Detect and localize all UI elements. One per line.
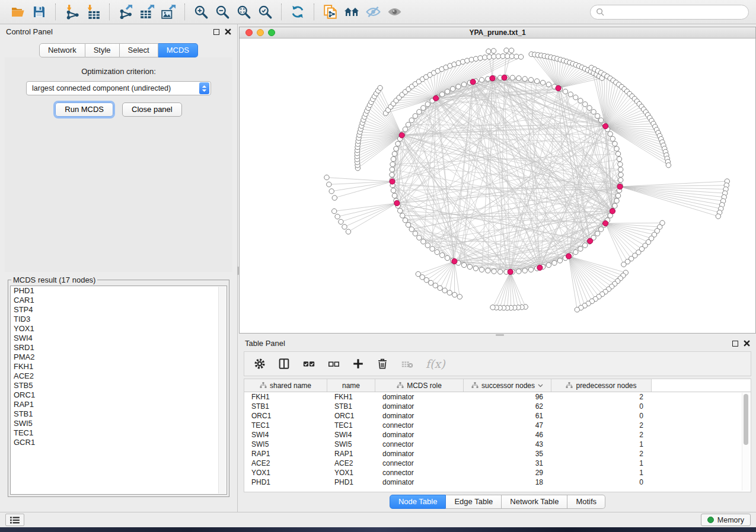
table-cell: ORC1 [244, 411, 327, 421]
mcds-result-item[interactable]: YOX1 [11, 324, 227, 334]
toolbar-separator [55, 4, 56, 20]
zoom-fit-icon[interactable] [233, 2, 254, 21]
tab-node-table[interactable]: Node Table [390, 495, 446, 509]
search-box[interactable] [590, 5, 749, 20]
clone-network-icon[interactable] [320, 2, 341, 21]
table-cell: 29 [464, 468, 551, 477]
maximize-window-icon[interactable] [268, 29, 275, 36]
close-window-icon[interactable] [245, 29, 253, 36]
mcds-result-item[interactable]: GCR1 [11, 438, 227, 447]
column-visibility-icon[interactable] [277, 357, 291, 370]
tab-style[interactable]: Style [85, 43, 120, 57]
minimize-window-icon[interactable] [257, 29, 264, 36]
table-cell: 1 [551, 468, 652, 477]
column-header-shared-name[interactable]: shared name [244, 379, 327, 392]
tab-edge-table[interactable]: Edge Table [446, 495, 502, 509]
vertical-splitter-handle[interactable] [237, 267, 239, 275]
table-row[interactable]: SWI5SWI5connector431 [244, 440, 751, 449]
desktop-background [0, 527, 756, 532]
save-icon[interactable] [28, 2, 50, 21]
tab-network-table[interactable]: Network Table [502, 495, 567, 509]
float-panel-icon[interactable] [213, 29, 219, 35]
mcds-result-item[interactable]: SWI4 [11, 334, 227, 343]
delete-column-icon[interactable] [376, 357, 389, 370]
hide-selected-icon[interactable] [362, 2, 384, 21]
run-mcds-button[interactable]: Run MCDS [55, 102, 113, 117]
select-all-rows-icon[interactable] [302, 357, 316, 370]
table-cell: connector [375, 421, 464, 430]
memory-button[interactable]: Memory [701, 514, 751, 526]
import-network-icon[interactable] [61, 2, 82, 21]
search-input[interactable] [605, 8, 743, 16]
mcds-result-item[interactable]: PHD1 [11, 286, 227, 296]
criterion-dropdown[interactable]: largest connected component (undirected) [26, 81, 211, 95]
zoom-in-icon[interactable] [190, 2, 212, 21]
column-header-successor-nodes[interactable]: successor nodes [464, 379, 551, 392]
network-canvas[interactable] [240, 39, 755, 333]
show-all-icon[interactable] [384, 2, 405, 21]
table-row[interactable]: PHD1PHD1dominator180 [244, 477, 751, 487]
table-cell: PHD1 [327, 477, 375, 487]
mcds-result-item[interactable]: TID3 [11, 315, 227, 324]
open-file-icon[interactable] [7, 2, 28, 21]
table-cell: STB1 [327, 402, 375, 411]
export-image-icon[interactable] [158, 2, 179, 21]
tab-network[interactable]: Network [39, 43, 85, 57]
mcds-result-group: MCDS result (17 nodes) PHD1CAR1STP4TID3Y… [8, 275, 229, 497]
tab-select[interactable]: Select [120, 43, 158, 57]
mcds-result-item[interactable]: TEC1 [11, 428, 227, 438]
table-cell: SWI4 [327, 430, 375, 440]
add-column-icon[interactable] [352, 357, 365, 370]
mcds-result-item[interactable]: FKH1 [11, 362, 227, 371]
table-row[interactable]: TEC1TEC1connector472 [244, 421, 751, 430]
table-cell: 1 [551, 440, 652, 449]
mcds-result-item[interactable]: SRD1 [11, 343, 227, 352]
table-row[interactable]: FKH1FKH1dominator962 [244, 392, 751, 402]
mcds-result-item[interactable]: CAR1 [11, 296, 227, 305]
deselect-all-rows-icon[interactable] [327, 357, 340, 370]
table-row[interactable]: YOX1YOX1connector291 [244, 468, 751, 477]
table-row[interactable]: RAP1RAP1dominator352 [244, 449, 751, 459]
mcds-list-scrollbar[interactable] [218, 287, 226, 493]
column-header-predecessor-nodes[interactable]: predecessor nodes [551, 379, 652, 392]
table-cell: 47 [464, 421, 551, 430]
table-cell: 46 [464, 430, 551, 440]
network-title-bar[interactable]: YPA_prune.txt_1 [240, 27, 755, 39]
tab-motifs[interactable]: Motifs [567, 495, 605, 509]
table-cell: 62 [464, 402, 551, 411]
mcds-result-item[interactable]: ORC1 [11, 390, 227, 400]
mcds-result-item[interactable]: PMA2 [11, 352, 227, 362]
table-cell: 2 [551, 430, 652, 440]
table-settings-icon[interactable] [253, 357, 266, 370]
mcds-result-item[interactable]: STP4 [11, 305, 227, 315]
mcds-result-item[interactable]: SWI5 [11, 419, 227, 428]
zoom-selected-icon[interactable] [254, 2, 276, 21]
table-scrollbar-thumb[interactable] [744, 394, 748, 445]
export-network-icon[interactable] [115, 2, 136, 21]
close-panel-button[interactable]: Close panel [122, 102, 182, 117]
first-neighbors-icon[interactable] [341, 2, 362, 21]
close-panel-icon[interactable] [225, 28, 231, 35]
table-row[interactable]: STB1STB1dominator620 [244, 402, 751, 411]
tab-mcds[interactable]: MCDS [158, 43, 198, 57]
export-table-icon[interactable] [136, 2, 158, 21]
table-cell: TEC1 [327, 421, 375, 430]
column-header-name[interactable]: name [327, 379, 375, 392]
table-row[interactable]: ACE2ACE2connector311 [244, 459, 751, 468]
table-row[interactable]: SWI4SWI4dominator462 [244, 430, 751, 440]
float-table-panel-icon[interactable] [732, 341, 738, 347]
show-panels-list-button[interactable] [5, 514, 24, 526]
import-table-icon[interactable] [82, 2, 104, 21]
mcds-result-list[interactable]: PHD1CAR1STP4TID3YOX1SWI4SRD1PMA2FKH1ACE2… [10, 286, 227, 495]
mcds-result-item[interactable]: STB5 [11, 381, 227, 390]
table-scrollbar[interactable] [742, 393, 749, 491]
column-header-MCDS-role[interactable]: MCDS role [375, 379, 464, 392]
close-table-panel-icon[interactable] [744, 340, 750, 347]
refresh-icon[interactable] [287, 2, 308, 21]
mcds-result-item[interactable]: STB1 [11, 409, 227, 419]
mcds-result-item[interactable]: ACE2 [11, 371, 227, 381]
table-row[interactable]: ORC1ORC1dominator610 [244, 411, 751, 421]
mcds-result-item[interactable]: RAP1 [11, 400, 227, 409]
zoom-out-icon[interactable] [212, 2, 233, 21]
table-cell: 18 [464, 477, 551, 487]
